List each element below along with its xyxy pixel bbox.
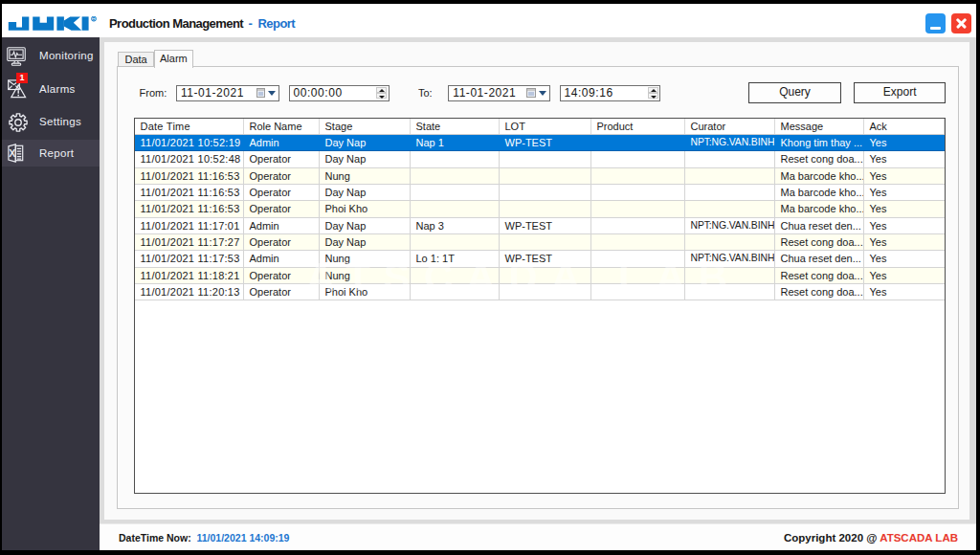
svg-text:X: X [9,147,15,159]
